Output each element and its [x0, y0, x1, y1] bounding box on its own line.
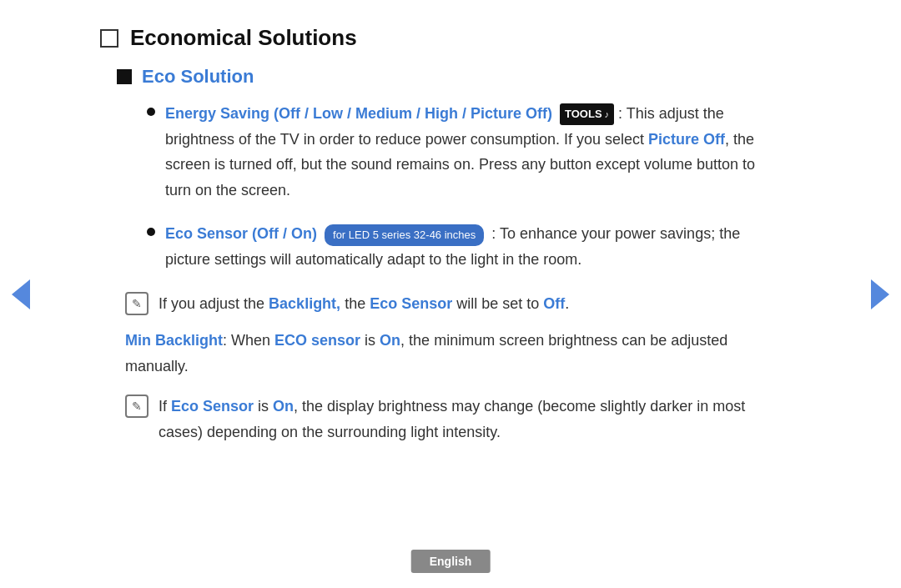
eco-sensor-heading: Eco Sensor (Off / On)	[165, 225, 317, 242]
section-title-row: Economical Solutions	[100, 25, 784, 51]
note-pencil-icon-2: ✎	[132, 400, 142, 413]
bullet-dot-2	[147, 228, 155, 236]
bullet-list: Energy Saving (Off / Low / Medium / High…	[147, 101, 784, 273]
note2-on: On	[273, 398, 294, 415]
main-content: Economical Solutions Eco Solution Energy…	[50, 0, 851, 482]
subsection-title-row: Eco Solution	[117, 66, 784, 88]
subsection: Eco Solution Energy Saving (Off / Low / …	[117, 66, 784, 445]
note1-backlight: Backlight,	[269, 295, 340, 312]
note1-text3: will be set to	[452, 295, 543, 312]
bullet-dot-1	[147, 108, 155, 116]
section-title-text: Economical Solutions	[130, 25, 357, 51]
bullet-content-1: Energy Saving (Off / Low / Medium / High…	[165, 101, 784, 203]
led-badge: for LED 5 series 32-46 inches	[325, 224, 484, 246]
music-note-icon: ♪	[605, 107, 610, 123]
min-backlight-text2: is	[360, 332, 380, 349]
note1-eco-sensor: Eco Sensor	[370, 295, 452, 312]
nav-arrow-left[interactable]	[12, 279, 30, 309]
bullet-item-2: Eco Sensor (Off / On) for LED 5 series 3…	[147, 221, 784, 272]
min-backlight-eco-sensor: ECO sensor	[274, 332, 360, 349]
note2-eco-sensor: Eco Sensor	[171, 398, 254, 415]
note1-text2: the	[340, 295, 370, 312]
min-backlight-block: Min Backlight: When ECO sensor is On, th…	[125, 328, 784, 379]
black-square-icon	[117, 69, 132, 84]
language-button[interactable]: English	[411, 550, 491, 573]
note-block-1: ✎ If you adjust the Backlight, the Eco S…	[125, 291, 784, 317]
note1-off: Off	[543, 295, 565, 312]
note2-text2: is	[254, 398, 273, 415]
nav-arrow-right[interactable]	[871, 279, 889, 309]
min-backlight-heading: Min Backlight	[125, 332, 223, 349]
note1-text1: If you adjust the	[159, 295, 269, 312]
tools-badge: TOOLS ♪	[560, 103, 614, 125]
picture-off-link: Picture Off	[648, 131, 725, 148]
bullet-item-1: Energy Saving (Off / Low / Medium / High…	[147, 101, 784, 203]
bottom-bar: English	[411, 550, 491, 573]
min-backlight-text1: : When	[223, 332, 274, 349]
checkbox-icon	[100, 29, 118, 48]
energy-saving-heading: Energy Saving (Off / Low / Medium / High…	[165, 105, 552, 122]
note-pencil-icon-1: ✎	[132, 297, 142, 310]
bullet-content-2: Eco Sensor (Off / On) for LED 5 series 3…	[165, 221, 784, 272]
note-text-1: If you adjust the Backlight, the Eco Sen…	[159, 291, 569, 317]
note-icon-2: ✎	[125, 395, 148, 418]
note-text-2: If Eco Sensor is On, the display brightn…	[159, 394, 784, 445]
tools-label: TOOLS	[565, 105, 602, 123]
min-backlight-on: On	[380, 332, 400, 349]
note2-text1: If	[159, 398, 171, 415]
note-icon-1: ✎	[125, 292, 148, 315]
note-block-2: ✎ If Eco Sensor is On, the display brigh…	[125, 394, 784, 445]
note1-text4: .	[565, 295, 569, 312]
subsection-title-text: Eco Solution	[142, 66, 254, 88]
